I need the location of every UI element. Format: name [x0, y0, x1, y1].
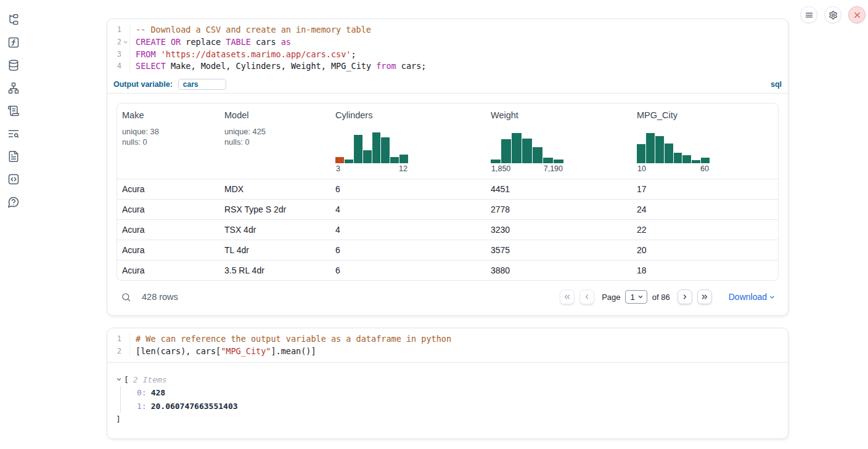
collapse-chevron-icon[interactable] — [116, 376, 122, 382]
column-stats: unique: 425 nulls: 0 — [224, 127, 326, 147]
fold-chevron-icon[interactable] — [121, 38, 129, 46]
code-text[interactable]: # We can reference the output variable a… — [130, 333, 451, 346]
variables-icon[interactable] — [7, 36, 20, 49]
python-code-editor: 1 # We can reference the output variable… — [107, 328, 788, 363]
line-number: 2 — [107, 36, 130, 49]
close-icon — [853, 10, 862, 20]
prev-page-button[interactable] — [579, 289, 594, 304]
download-button[interactable]: Download — [729, 292, 776, 302]
histogram-axis-labels: 10 60 — [637, 163, 710, 173]
menu-icon — [805, 10, 814, 20]
column-header-cylinders[interactable]: Cylinders 3 12 — [330, 103, 486, 179]
histogram-axis-labels: 3 12 — [335, 163, 408, 173]
code-line: 1 -- Download a CSV and create an in-mem… — [107, 24, 788, 36]
documentation-icon[interactable] — [7, 150, 20, 163]
line-number: 3 — [107, 49, 130, 61]
snippets-icon[interactable] — [7, 172, 20, 186]
code-text[interactable]: CREATE OR replace TABLE cars as — [130, 36, 291, 49]
first-page-button[interactable] — [560, 289, 575, 304]
page-label: Page — [602, 293, 620, 302]
column-header-make[interactable]: Make unique: 38 nulls: 0 — [117, 103, 219, 179]
gear-icon — [829, 10, 838, 20]
mpg-city-histogram[interactable]: 10 60 — [637, 131, 710, 173]
list-item: 0:428 — [137, 386, 779, 400]
code-text[interactable]: -- Download a CSV and create an in-memor… — [130, 24, 371, 36]
code-line: 2 CREATE OR replace TABLE cars as — [107, 36, 788, 49]
open-bracket: [ — [124, 373, 129, 387]
file-explorer-icon[interactable] — [7, 13, 20, 26]
page-select[interactable]: 1 — [625, 290, 647, 304]
logs-icon[interactable] — [7, 127, 20, 140]
python-cell: 1 # We can reference the output variable… — [107, 328, 788, 439]
row-count: 428 rows — [142, 292, 178, 302]
close-bracket: ] — [116, 413, 779, 426]
table-row[interactable]: Acura TSX 4dr 4 3230 22 — [117, 219, 778, 240]
next-page-button[interactable] — [678, 289, 692, 304]
column-stats: unique: 38 nulls: 0 — [122, 127, 215, 147]
last-page-button[interactable] — [697, 289, 712, 304]
left-sidebar — [0, 0, 27, 209]
weight-histogram[interactable]: 1,850 7,190 — [491, 131, 563, 173]
line-number: 1 — [107, 24, 130, 36]
menu-button[interactable] — [800, 6, 817, 23]
output-variable-label: Output variable: — [113, 80, 173, 89]
histogram-axis-labels: 1,850 7,190 — [491, 163, 563, 173]
code-line: 1 # We can reference the output variable… — [107, 333, 788, 346]
page-total-label: of 86 — [652, 293, 670, 302]
sql-cell: 1 -- Download a CSV and create an in-mem… — [107, 18, 788, 316]
language-badge: sql — [771, 80, 782, 89]
search-icon[interactable] — [121, 292, 131, 302]
list-item: 1:20.060747663551403 — [137, 400, 779, 413]
python-output-tree: [ 2 Items 0:428 1:20.060747663551403 ] — [107, 363, 788, 439]
column-header-model[interactable]: Model unique: 425 nulls: 0 — [219, 103, 330, 179]
column-header-mpg-city[interactable]: MPG_City 10 60 — [632, 103, 778, 179]
sql-output: Make unique: 38 nulls: 0 Model unique: 4… — [107, 94, 788, 315]
table-row[interactable]: Acura 3.5 RL 4dr 6 3880 18 — [117, 260, 778, 280]
tree-root: [ 2 Items — [116, 373, 779, 387]
column-header-weight[interactable]: Weight 1,850 7,190 — [486, 103, 632, 179]
code-line: 4 SELECT Make, Model, Cylinders, Weight,… — [107, 60, 788, 73]
shutdown-button[interactable] — [848, 6, 866, 23]
help-icon[interactable] — [7, 195, 20, 209]
data-sources-icon[interactable] — [7, 59, 20, 72]
table-footer: 428 rows Page 1 of 86 — [117, 286, 779, 307]
output-variable-row: Output variable: sql — [107, 77, 788, 94]
data-table: Make unique: 38 nulls: 0 Model unique: 4… — [117, 103, 779, 281]
top-actions — [800, 6, 866, 23]
code-line: 2 [len(cars), cars["MPG_City"].mean()] — [107, 346, 788, 358]
line-number: 4 — [107, 60, 130, 73]
code-text[interactable]: FROM 'https://datasets.marimo.app/cars.c… — [130, 49, 356, 61]
code-line: 3 FROM 'https://datasets.marimo.app/cars… — [107, 49, 788, 61]
code-text[interactable]: [len(cars), cars["MPG_City"].mean()] — [130, 346, 316, 358]
dependencies-icon[interactable] — [7, 81, 20, 95]
cylinders-histogram[interactable]: 3 12 — [335, 131, 408, 173]
sql-code-editor: 1 -- Download a CSV and create an in-mem… — [107, 19, 788, 77]
table-row[interactable]: Acura MDX 6 4451 17 — [117, 179, 778, 199]
table-row[interactable]: Acura TL 4dr 6 3575 20 — [117, 240, 778, 260]
settings-button[interactable] — [824, 6, 841, 23]
line-number: 2 — [107, 346, 130, 358]
table-row[interactable]: Acura RSX Type S 2dr 4 2778 24 — [117, 199, 778, 219]
code-text[interactable]: SELECT Make, Model, Cylinders, Weight, M… — [130, 60, 426, 73]
tree-items: 0:428 1:20.060747663551403 — [120, 386, 779, 413]
line-number: 1 — [107, 333, 130, 346]
items-count: 2 Items — [133, 373, 167, 387]
table-header: Make unique: 38 nulls: 0 Model unique: 4… — [117, 103, 778, 179]
scratchpad-icon[interactable] — [7, 104, 20, 118]
output-variable-input[interactable] — [178, 79, 226, 90]
pagination: Page 1 of 86 — [560, 289, 712, 304]
